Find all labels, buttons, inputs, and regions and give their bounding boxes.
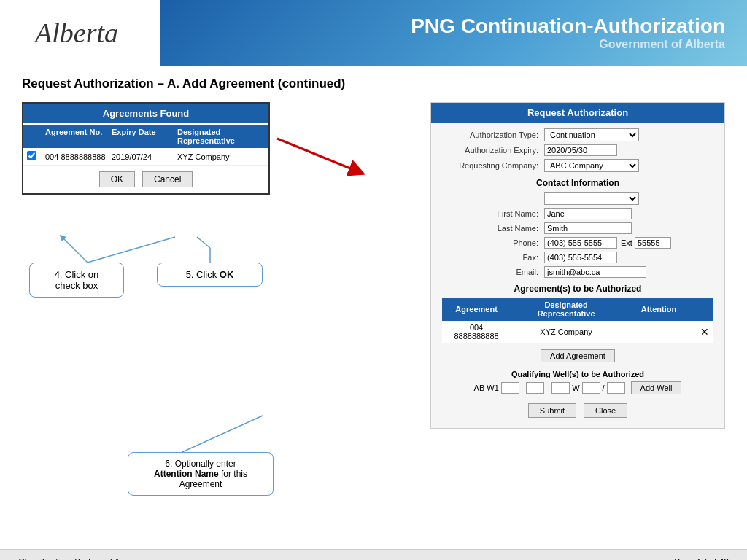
table-agreement-cell: 004 8888888888 [442,321,511,343]
first-name-row: First Name: [442,208,713,219]
last-name-input[interactable] [544,222,632,234]
first-name-label: First Name: [442,209,544,218]
qualifying-title: Qualifying Well(s) to be Authorized [442,370,713,378]
red-arrow [270,131,372,182]
requesting-company-select[interactable]: ABC Company [544,159,639,172]
first-name-input[interactable] [544,208,632,219]
ok-button[interactable]: OK [99,171,135,187]
email-row: Email: [442,266,713,278]
auth-type-label: Authorization Type: [442,131,544,139]
contact-select-row [442,192,713,205]
svg-line-5 [277,139,357,171]
row-checkbox[interactable] [27,151,45,162]
well-input-3[interactable] [551,382,570,394]
section-title: Request Authorization – A. Add Agreement… [22,77,725,91]
callout-4-text: 4. Click oncheck box [55,269,99,291]
fax-label: Fax: [442,253,544,262]
header: Alberta PNG Continuation-Authorization G… [0,0,747,66]
well-slash: / [603,384,605,392]
main-area: Agreements Found Agreement No. Expiry Da… [22,102,725,525]
submit-row: Submit Close [442,399,713,422]
svg-line-4 [182,416,263,452]
callout-6: 6. Optionally enterAttention Name for th… [128,452,274,496]
col-attention-header: Attention [622,298,696,321]
close-button[interactable]: Close [584,403,627,418]
well-w-label: W [572,384,579,392]
svg-line-3 [197,237,210,248]
col-delete-header [696,298,713,321]
last-name-label: Last Name: [442,224,544,233]
col-agreement-header: Agreement No. [45,128,112,145]
footer-classification: Classification: Protected A [18,557,120,560]
right-panel: Request Authorization Authorization Type… [430,102,725,525]
request-auth-form: Request Authorization Authorization Type… [430,102,725,429]
agreements-dialog: Agreements Found Agreement No. Expiry Da… [22,102,270,195]
cancel-button[interactable]: Cancel [142,171,193,187]
qualifying-row: AB W1 - - W / Add Well [442,381,713,394]
email-label: Email: [442,268,544,276]
last-name-row: Last Name: [442,222,713,234]
table-header-row: Agreement Designated Representative Atte… [442,298,713,321]
dialog-buttons: OK Cancel [23,166,268,193]
table-row: 004 8888888888 XYZ Company ✕ [442,321,713,343]
logo-area: Alberta [0,0,160,66]
logo-text: Alberta [35,17,118,49]
well-input-5[interactable] [607,382,625,394]
row-expiry-date: 2019/07/24 [112,152,177,161]
fax-input[interactable] [544,252,617,263]
dialog-header: Agreements Found [23,104,268,123]
auth-expiry-label: Authorization Expiry: [442,146,544,155]
callout-6-text: 6. Optionally enterAttention Name for th… [154,459,247,489]
footer: Classification: Protected A Page 17 of 4… [0,549,747,560]
attention-input[interactable] [626,327,692,336]
phone-label: Phone: [442,238,544,247]
callout-4: 4. Click oncheck box [29,262,124,298]
delete-cell[interactable]: ✕ [696,321,713,343]
well-dash-2: - [546,384,549,392]
col-check-header [27,128,45,145]
well-input-4[interactable] [582,382,600,394]
auth-type-select[interactable]: Continuation [544,128,639,141]
dialog-table-row: 004 8888888888 2019/07/24 XYZ Company [23,148,268,166]
attention-input-cell[interactable] [622,321,696,343]
table-rep-cell: XYZ Company [511,321,622,343]
well-input-2[interactable] [526,382,544,394]
auth-expiry-input[interactable] [544,144,617,156]
add-agreement-row: Add Agreement [442,346,713,365]
col-agreement-header: Agreement [442,298,511,321]
requesting-company-label: Requesting Company: [442,161,544,170]
callout-5-bold: OK [220,269,234,280]
submit-button[interactable]: Submit [528,403,576,418]
page-content: Request Authorization – A. Add Agreement… [0,66,747,560]
dialog-table-header: Agreement No. Expiry Date Designated Rep… [23,125,268,148]
add-agreement-button[interactable]: Add Agreement [541,349,615,362]
row-agreement-no: 004 8888888888 [45,152,112,161]
col-expiry-header: Expiry Date [112,128,177,145]
well-input-1[interactable] [501,382,519,394]
ext-input[interactable] [635,237,671,249]
callout-5: 5. Click OK [157,262,263,287]
auth-expiry-row: Authorization Expiry: [442,144,713,156]
agreement-checkbox[interactable] [27,151,36,160]
footer-page: Page 17 of 42 [674,557,729,560]
callout-5-prefix: 5. Click [186,269,220,280]
form-header: Request Authorization [431,103,724,122]
email-input[interactable] [544,266,646,278]
agreements-table-title: Agreement(s) to be Authorized [442,284,713,294]
phone-row: Phone: Ext [442,237,713,249]
ext-label: Ext [621,238,632,247]
arrow-area [270,131,372,182]
callout-6-bold: Attention Name [154,469,219,479]
main-title: PNG Continuation-Authorization [411,15,725,38]
requesting-company-row: Requesting Company: ABC Company [442,159,713,172]
well-dash-1: - [522,384,525,392]
row-rep: XYZ Company [177,152,265,161]
subtitle: Government of Alberta [599,38,725,51]
svg-line-1 [88,237,175,262]
contact-info-title: Contact Information [442,178,713,188]
auth-type-row: Authorization Type: Continuation [442,128,713,141]
phone-input[interactable] [544,237,617,249]
svg-line-0 [62,237,88,262]
add-well-button[interactable]: Add Well [631,381,682,394]
contact-select[interactable] [544,192,639,205]
